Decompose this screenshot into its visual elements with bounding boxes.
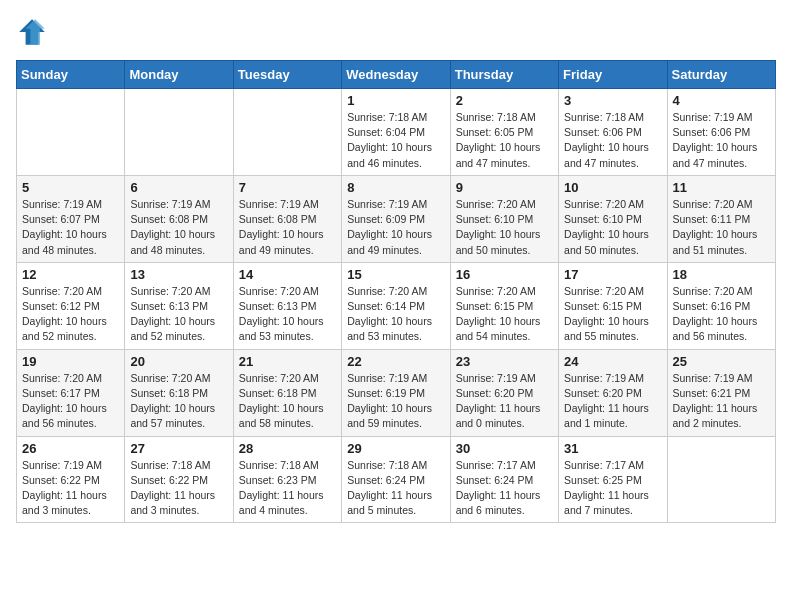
day-number: 23 xyxy=(456,354,553,369)
cell-content: Sunrise: 7:18 AM Sunset: 6:24 PM Dayligh… xyxy=(347,458,444,519)
day-number: 17 xyxy=(564,267,661,282)
cell-content: Sunrise: 7:19 AM Sunset: 6:20 PM Dayligh… xyxy=(456,371,553,432)
calendar-cell: 4Sunrise: 7:19 AM Sunset: 6:06 PM Daylig… xyxy=(667,89,775,176)
cell-content: Sunrise: 7:20 AM Sunset: 6:15 PM Dayligh… xyxy=(456,284,553,345)
calendar-cell: 31Sunrise: 7:17 AM Sunset: 6:25 PM Dayli… xyxy=(559,436,667,523)
cell-content: Sunrise: 7:20 AM Sunset: 6:10 PM Dayligh… xyxy=(564,197,661,258)
day-number: 12 xyxy=(22,267,119,282)
cell-content: Sunrise: 7:18 AM Sunset: 6:23 PM Dayligh… xyxy=(239,458,336,519)
weekday-header-friday: Friday xyxy=(559,61,667,89)
day-number: 2 xyxy=(456,93,553,108)
cell-content: Sunrise: 7:18 AM Sunset: 6:06 PM Dayligh… xyxy=(564,110,661,171)
day-number: 27 xyxy=(130,441,227,456)
calendar-cell: 21Sunrise: 7:20 AM Sunset: 6:18 PM Dayli… xyxy=(233,349,341,436)
day-number: 11 xyxy=(673,180,770,195)
weekday-header-wednesday: Wednesday xyxy=(342,61,450,89)
cell-content: Sunrise: 7:20 AM Sunset: 6:14 PM Dayligh… xyxy=(347,284,444,345)
calendar-cell: 11Sunrise: 7:20 AM Sunset: 6:11 PM Dayli… xyxy=(667,175,775,262)
cell-content: Sunrise: 7:19 AM Sunset: 6:07 PM Dayligh… xyxy=(22,197,119,258)
cell-content: Sunrise: 7:20 AM Sunset: 6:17 PM Dayligh… xyxy=(22,371,119,432)
calendar-cell: 13Sunrise: 7:20 AM Sunset: 6:13 PM Dayli… xyxy=(125,262,233,349)
day-number: 16 xyxy=(456,267,553,282)
day-number: 6 xyxy=(130,180,227,195)
calendar-cell: 29Sunrise: 7:18 AM Sunset: 6:24 PM Dayli… xyxy=(342,436,450,523)
day-number: 10 xyxy=(564,180,661,195)
cell-content: Sunrise: 7:19 AM Sunset: 6:08 PM Dayligh… xyxy=(239,197,336,258)
day-number: 30 xyxy=(456,441,553,456)
day-number: 3 xyxy=(564,93,661,108)
day-number: 18 xyxy=(673,267,770,282)
calendar-cell: 18Sunrise: 7:20 AM Sunset: 6:16 PM Dayli… xyxy=(667,262,775,349)
calendar-cell: 10Sunrise: 7:20 AM Sunset: 6:10 PM Dayli… xyxy=(559,175,667,262)
calendar-cell: 1Sunrise: 7:18 AM Sunset: 6:04 PM Daylig… xyxy=(342,89,450,176)
calendar-cell xyxy=(17,89,125,176)
calendar-cell xyxy=(125,89,233,176)
day-number: 25 xyxy=(673,354,770,369)
weekday-header-row: SundayMondayTuesdayWednesdayThursdayFrid… xyxy=(17,61,776,89)
day-number: 20 xyxy=(130,354,227,369)
cell-content: Sunrise: 7:20 AM Sunset: 6:11 PM Dayligh… xyxy=(673,197,770,258)
cell-content: Sunrise: 7:17 AM Sunset: 6:24 PM Dayligh… xyxy=(456,458,553,519)
calendar-week-row: 12Sunrise: 7:20 AM Sunset: 6:12 PM Dayli… xyxy=(17,262,776,349)
calendar-cell: 2Sunrise: 7:18 AM Sunset: 6:05 PM Daylig… xyxy=(450,89,558,176)
weekday-header-thursday: Thursday xyxy=(450,61,558,89)
calendar-cell: 27Sunrise: 7:18 AM Sunset: 6:22 PM Dayli… xyxy=(125,436,233,523)
weekday-header-monday: Monday xyxy=(125,61,233,89)
day-number: 31 xyxy=(564,441,661,456)
day-number: 26 xyxy=(22,441,119,456)
calendar-week-row: 5Sunrise: 7:19 AM Sunset: 6:07 PM Daylig… xyxy=(17,175,776,262)
day-number: 8 xyxy=(347,180,444,195)
day-number: 9 xyxy=(456,180,553,195)
cell-content: Sunrise: 7:20 AM Sunset: 6:13 PM Dayligh… xyxy=(130,284,227,345)
day-number: 24 xyxy=(564,354,661,369)
cell-content: Sunrise: 7:18 AM Sunset: 6:22 PM Dayligh… xyxy=(130,458,227,519)
calendar-cell: 9Sunrise: 7:20 AM Sunset: 6:10 PM Daylig… xyxy=(450,175,558,262)
weekday-header-tuesday: Tuesday xyxy=(233,61,341,89)
calendar-week-row: 1Sunrise: 7:18 AM Sunset: 6:04 PM Daylig… xyxy=(17,89,776,176)
cell-content: Sunrise: 7:20 AM Sunset: 6:18 PM Dayligh… xyxy=(130,371,227,432)
calendar-cell: 22Sunrise: 7:19 AM Sunset: 6:19 PM Dayli… xyxy=(342,349,450,436)
day-number: 19 xyxy=(22,354,119,369)
calendar-cell: 30Sunrise: 7:17 AM Sunset: 6:24 PM Dayli… xyxy=(450,436,558,523)
weekday-header-sunday: Sunday xyxy=(17,61,125,89)
cell-content: Sunrise: 7:19 AM Sunset: 6:09 PM Dayligh… xyxy=(347,197,444,258)
day-number: 5 xyxy=(22,180,119,195)
cell-content: Sunrise: 7:19 AM Sunset: 6:20 PM Dayligh… xyxy=(564,371,661,432)
day-number: 28 xyxy=(239,441,336,456)
cell-content: Sunrise: 7:19 AM Sunset: 6:22 PM Dayligh… xyxy=(22,458,119,519)
weekday-header-saturday: Saturday xyxy=(667,61,775,89)
calendar-table: SundayMondayTuesdayWednesdayThursdayFrid… xyxy=(16,60,776,523)
calendar-cell: 3Sunrise: 7:18 AM Sunset: 6:06 PM Daylig… xyxy=(559,89,667,176)
cell-content: Sunrise: 7:20 AM Sunset: 6:18 PM Dayligh… xyxy=(239,371,336,432)
cell-content: Sunrise: 7:20 AM Sunset: 6:13 PM Dayligh… xyxy=(239,284,336,345)
calendar-week-row: 19Sunrise: 7:20 AM Sunset: 6:17 PM Dayli… xyxy=(17,349,776,436)
cell-content: Sunrise: 7:20 AM Sunset: 6:10 PM Dayligh… xyxy=(456,197,553,258)
day-number: 15 xyxy=(347,267,444,282)
calendar-cell: 16Sunrise: 7:20 AM Sunset: 6:15 PM Dayli… xyxy=(450,262,558,349)
cell-content: Sunrise: 7:19 AM Sunset: 6:19 PM Dayligh… xyxy=(347,371,444,432)
calendar-cell: 24Sunrise: 7:19 AM Sunset: 6:20 PM Dayli… xyxy=(559,349,667,436)
calendar-cell: 17Sunrise: 7:20 AM Sunset: 6:15 PM Dayli… xyxy=(559,262,667,349)
calendar-cell: 25Sunrise: 7:19 AM Sunset: 6:21 PM Dayli… xyxy=(667,349,775,436)
calendar-cell: 20Sunrise: 7:20 AM Sunset: 6:18 PM Dayli… xyxy=(125,349,233,436)
cell-content: Sunrise: 7:19 AM Sunset: 6:06 PM Dayligh… xyxy=(673,110,770,171)
calendar-cell: 8Sunrise: 7:19 AM Sunset: 6:09 PM Daylig… xyxy=(342,175,450,262)
page-header xyxy=(16,16,776,48)
cell-content: Sunrise: 7:19 AM Sunset: 6:21 PM Dayligh… xyxy=(673,371,770,432)
calendar-cell: 15Sunrise: 7:20 AM Sunset: 6:14 PM Dayli… xyxy=(342,262,450,349)
calendar-cell: 7Sunrise: 7:19 AM Sunset: 6:08 PM Daylig… xyxy=(233,175,341,262)
day-number: 13 xyxy=(130,267,227,282)
day-number: 29 xyxy=(347,441,444,456)
calendar-cell: 23Sunrise: 7:19 AM Sunset: 6:20 PM Dayli… xyxy=(450,349,558,436)
cell-content: Sunrise: 7:19 AM Sunset: 6:08 PM Dayligh… xyxy=(130,197,227,258)
calendar-cell xyxy=(667,436,775,523)
day-number: 22 xyxy=(347,354,444,369)
calendar-week-row: 26Sunrise: 7:19 AM Sunset: 6:22 PM Dayli… xyxy=(17,436,776,523)
cell-content: Sunrise: 7:20 AM Sunset: 6:16 PM Dayligh… xyxy=(673,284,770,345)
calendar-cell: 26Sunrise: 7:19 AM Sunset: 6:22 PM Dayli… xyxy=(17,436,125,523)
cell-content: Sunrise: 7:18 AM Sunset: 6:05 PM Dayligh… xyxy=(456,110,553,171)
day-number: 4 xyxy=(673,93,770,108)
day-number: 1 xyxy=(347,93,444,108)
day-number: 7 xyxy=(239,180,336,195)
logo-icon xyxy=(16,16,48,48)
